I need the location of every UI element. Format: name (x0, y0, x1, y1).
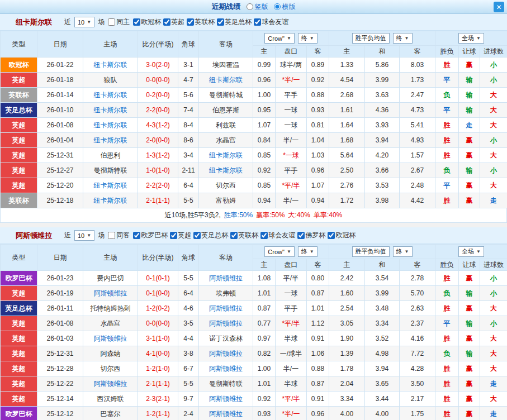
away-team[interactable]: 阿斯顿维拉 (199, 361, 253, 376)
match-score: 4-1(0-0) (138, 346, 178, 361)
match-row: 英超25-12-22阿斯顿维拉2-1(1-1)5-5曼彻斯特联1.01半球0.8… (1, 376, 507, 392)
same-venue-filter[interactable]: 同客 (108, 231, 130, 240)
match-row: 英超25-12-14西汉姆联2-3(2-1)9-7阿斯顿维拉0.92*平/半0.… (1, 392, 507, 407)
handicap-result-flag: 输 (459, 163, 480, 178)
asian-away-odds: 0.88 (307, 88, 329, 103)
away-team[interactable]: 阿斯顿维拉 (199, 301, 253, 316)
layout-vertical-radio[interactable] (247, 3, 253, 10)
odds-company-select[interactable]: Crow" ▼ (264, 246, 295, 257)
home-team[interactable]: 纽卡斯尔联 (83, 103, 138, 118)
avg-home-odds: 1.61 (329, 103, 365, 118)
col-header-goals: 进球数 (480, 259, 507, 271)
close-button[interactable]: ✕ (494, 2, 504, 12)
league-filter[interactable]: 英超 (163, 17, 184, 27)
result-flag: 胜 (435, 118, 459, 133)
home-team[interactable]: 纽卡斯尔联 (83, 118, 138, 133)
league-filter-checkbox[interactable] (328, 232, 335, 239)
match-row: 英超25-12-31阿森纳4-1(0-0)3-8阿斯顿维拉0.82一/球半1.0… (1, 346, 507, 361)
away-team[interactable]: 纽卡斯尔联 (199, 73, 253, 88)
league-filter[interactable]: 英足总杯 (193, 231, 228, 240)
league-filter-checkbox[interactable] (170, 232, 177, 239)
league-filter[interactable]: 英联杯 (230, 231, 258, 240)
games-count-select[interactable]: 10 ▼ (74, 230, 94, 241)
league-filter[interactable]: 欧冠杯 (133, 17, 161, 27)
home-team: 曼彻斯特联 (83, 163, 138, 178)
odds-company-select[interactable]: Crow" ▼ (264, 33, 295, 44)
league-filter-checkbox[interactable] (217, 18, 224, 26)
avg-draw-odds: 3.52 (365, 331, 400, 346)
scope-select[interactable]: 全场 ▼ (458, 246, 484, 257)
layout-vertical-option[interactable]: 竖版 (247, 2, 268, 12)
result-flag: 胜 (435, 361, 459, 376)
home-team[interactable]: 阿斯顿维拉 (83, 376, 138, 392)
league-filter-checkbox[interactable] (163, 18, 170, 26)
league-filter[interactable]: 欧罗巴杯 (133, 231, 168, 240)
home-team[interactable]: 纽卡斯尔联 (83, 88, 138, 103)
home-team: 托特纳姆热刺 (83, 301, 138, 316)
home-team[interactable]: 纽卡斯尔联 (83, 178, 138, 193)
handicap-result-flag: 输 (459, 286, 480, 301)
away-team[interactable]: 阿斯顿维拉 (199, 392, 253, 407)
layout-horizontal-option[interactable]: 横版 (274, 2, 296, 12)
scope-filter-cell: 全场 ▼ (435, 31, 507, 46)
league-filter[interactable]: 佛罗杯 (297, 231, 325, 240)
col-header-corner: 角球 (178, 245, 199, 271)
games-count-select[interactable]: 10 ▼ (74, 17, 94, 27)
match-score: 2-1(1-1) (138, 376, 178, 392)
league-filter-label: 球会友谊 (262, 17, 288, 27)
home-team[interactable]: 纽卡斯尔联 (83, 193, 138, 208)
odds-time-select[interactable]: 终 ▼ (298, 33, 318, 44)
away-team: 伯恩茅斯 (199, 103, 253, 118)
col-header-handicap: 盘口 (276, 259, 307, 271)
home-team[interactable]: 阿斯顿维拉 (83, 331, 138, 346)
goals-flag: 大 (480, 88, 507, 103)
home-team[interactable]: 纽卡斯尔联 (83, 133, 138, 148)
match-row: 英超26-01-18狼队0-0(0-0)4-7纽卡斯尔联0.96*半/一0.92… (1, 73, 507, 88)
league-filter[interactable]: 英足总杯 (217, 17, 252, 27)
avg-time-select[interactable]: 终 ▼ (393, 246, 413, 257)
chevron-down-icon: ▼ (405, 36, 409, 41)
away-team[interactable]: 阿斯顿维拉 (199, 407, 253, 420)
handicap-result-flag: 输 (459, 73, 480, 88)
col-header-date: 日期 (37, 31, 83, 58)
league-filter-checkbox[interactable] (297, 232, 305, 239)
league-filter-checkbox[interactable] (230, 232, 238, 239)
league-filter[interactable]: 英联杯 (187, 17, 215, 27)
league-filter-checkbox[interactable] (260, 232, 268, 239)
league-filter-checkbox[interactable] (133, 232, 140, 239)
home-team[interactable]: 阿斯顿维拉 (83, 286, 138, 301)
layout-horizontal-radio[interactable] (274, 3, 281, 10)
avg-draw-odds: 4.98 (365, 346, 400, 361)
away-team[interactable]: 纽卡斯尔联 (199, 148, 253, 163)
col-header-let: 让球 (459, 259, 480, 271)
league-filter-checkbox[interactable] (133, 18, 140, 26)
same-venue-filter[interactable]: 同主 (108, 17, 130, 27)
recent-label: 近 (64, 17, 71, 27)
league-filter[interactable]: 欧冠杯 (328, 231, 356, 240)
summary-segment: 大:40% (288, 211, 310, 220)
league-filter[interactable]: 球会友谊 (260, 231, 295, 240)
summary-segment: 赢率:50% (256, 211, 285, 220)
same-venue-checkbox[interactable] (108, 18, 115, 26)
avg-time-select[interactable]: 终 ▼ (393, 33, 413, 44)
avg-type-select[interactable]: 胜平负均值 (352, 246, 390, 257)
asian-handicap: 球半/两 (276, 58, 307, 73)
league-filter[interactable]: 英超 (170, 231, 191, 240)
league-filter-checkbox[interactable] (193, 232, 201, 239)
same-venue-checkbox[interactable] (108, 232, 115, 239)
away-team[interactable]: 纽卡斯尔联 (199, 163, 253, 178)
away-team: 埃因霍温 (199, 58, 253, 73)
away-team[interactable]: 阿斯顿维拉 (199, 271, 253, 286)
league-filter[interactable]: 球会友谊 (254, 17, 288, 27)
avg-away-odds: 2.37 (400, 316, 435, 331)
league-filter-checkbox[interactable] (254, 18, 261, 26)
odds-time-select[interactable]: 终 ▼ (298, 246, 318, 257)
league-filter-checkbox[interactable] (187, 18, 194, 26)
avg-home-odds: 1.39 (329, 346, 365, 361)
away-team[interactable]: 阿斯顿维拉 (199, 316, 253, 331)
home-team[interactable]: 纽卡斯尔联 (83, 58, 138, 73)
away-team[interactable]: 阿斯顿维拉 (199, 346, 253, 361)
away-team: 水晶宫 (199, 133, 253, 148)
avg-type-select[interactable]: 胜平负均值 (352, 33, 390, 44)
scope-select[interactable]: 全场 ▼ (458, 33, 484, 44)
